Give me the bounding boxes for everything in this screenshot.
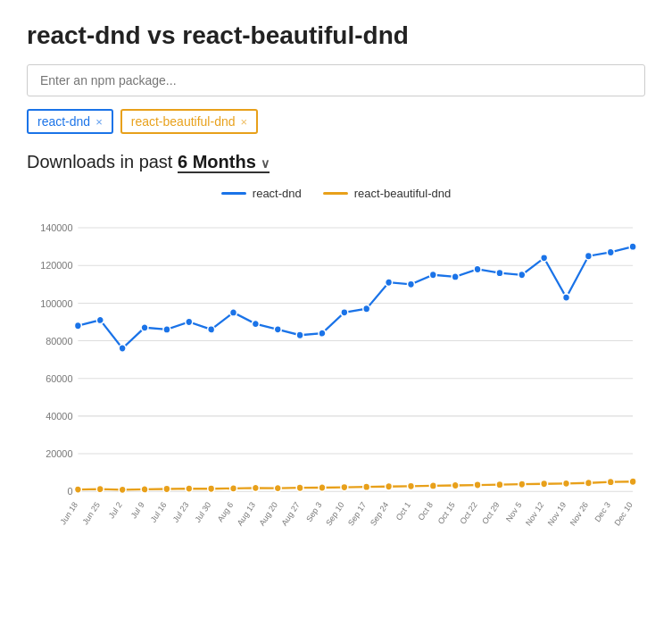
- chart-legend: react-dnd react-beautiful-dnd: [27, 187, 645, 200]
- svg-point-58: [429, 272, 436, 279]
- svg-point-74: [208, 485, 215, 492]
- svg-point-47: [186, 318, 193, 325]
- svg-text:Oct 1: Oct 1: [394, 500, 412, 522]
- svg-text:Nov 26: Nov 26: [568, 500, 590, 528]
- svg-text:Jul 9: Jul 9: [129, 500, 146, 520]
- legend-label-react-dnd: react-dnd: [253, 187, 302, 200]
- svg-point-43: [96, 316, 104, 323]
- package-search-input[interactable]: [27, 64, 645, 96]
- svg-text:Sep 17: Sep 17: [346, 500, 368, 528]
- svg-point-66: [607, 248, 614, 255]
- legend-item-react-dnd: react-dnd: [221, 187, 302, 200]
- svg-point-91: [585, 480, 592, 487]
- period-dropdown-button[interactable]: 6 Months ∨: [178, 152, 270, 173]
- svg-text:Nov 19: Nov 19: [546, 500, 568, 528]
- svg-point-84: [429, 482, 436, 489]
- tag-react-dnd: react-dnd ×: [27, 109, 113, 134]
- svg-point-51: [274, 326, 281, 333]
- svg-point-80: [341, 483, 348, 490]
- svg-text:Oct 22: Oct 22: [459, 500, 479, 526]
- svg-point-75: [230, 485, 237, 492]
- svg-text:Jul 30: Jul 30: [194, 500, 213, 524]
- svg-point-65: [585, 252, 592, 259]
- chart-container: react-dnd react-beautiful-dnd 1400001200…: [27, 187, 645, 562]
- svg-text:Nov 5: Nov 5: [504, 500, 523, 523]
- downloads-chart: 140000120000100000800006000040000200000J…: [27, 209, 645, 557]
- svg-text:Jun 25: Jun 25: [81, 500, 102, 526]
- svg-point-56: [386, 279, 393, 286]
- svg-point-90: [563, 480, 570, 487]
- svg-text:Oct 8: Oct 8: [417, 500, 435, 522]
- svg-point-68: [74, 486, 81, 493]
- svg-text:Jul 16: Jul 16: [149, 500, 169, 524]
- svg-point-50: [252, 320, 259, 327]
- svg-point-86: [474, 481, 481, 489]
- svg-text:Oct 15: Oct 15: [436, 500, 457, 526]
- svg-point-64: [563, 294, 570, 301]
- svg-point-61: [496, 269, 503, 276]
- svg-text:60000: 60000: [46, 373, 72, 384]
- svg-point-93: [629, 478, 636, 485]
- svg-point-57: [407, 280, 414, 288]
- svg-text:Nov 12: Nov 12: [524, 500, 545, 528]
- page-title: react-dnd vs react-beautiful-dnd: [27, 21, 645, 50]
- svg-text:140000: 140000: [40, 222, 72, 233]
- svg-point-79: [319, 484, 326, 491]
- svg-point-45: [141, 324, 148, 331]
- svg-text:Jul 2: Jul 2: [107, 500, 124, 520]
- svg-point-88: [519, 480, 526, 488]
- svg-text:Aug 20: Aug 20: [258, 500, 279, 528]
- svg-point-67: [629, 243, 636, 250]
- svg-point-46: [163, 326, 170, 333]
- svg-text:Oct 29: Oct 29: [481, 500, 502, 526]
- svg-point-60: [474, 265, 481, 272]
- svg-text:40000: 40000: [46, 411, 72, 422]
- legend-line-blue: [221, 192, 246, 195]
- svg-point-49: [230, 309, 237, 316]
- svg-point-69: [96, 485, 104, 492]
- legend-line-orange: [323, 192, 348, 195]
- legend-label-react-beautiful-dnd: react-beautiful-dnd: [354, 187, 451, 200]
- legend-item-react-beautiful-dnd: react-beautiful-dnd: [323, 187, 451, 200]
- svg-text:100000: 100000: [40, 297, 72, 308]
- svg-text:Sep 10: Sep 10: [324, 500, 345, 528]
- svg-point-82: [386, 483, 393, 490]
- svg-point-77: [274, 484, 281, 491]
- svg-text:Aug 27: Aug 27: [280, 500, 302, 528]
- tags-container: react-dnd × react-beautiful-dnd ×: [27, 109, 645, 134]
- svg-point-85: [452, 481, 459, 489]
- svg-point-55: [363, 305, 370, 313]
- svg-point-92: [607, 478, 614, 485]
- svg-text:120000: 120000: [40, 260, 72, 271]
- svg-point-54: [341, 309, 348, 316]
- svg-text:Aug 6: Aug 6: [216, 500, 235, 523]
- svg-text:Aug 13: Aug 13: [236, 500, 257, 528]
- svg-text:20000: 20000: [46, 448, 72, 459]
- svg-point-71: [141, 486, 148, 493]
- svg-text:Jul 23: Jul 23: [171, 500, 191, 524]
- svg-text:Sep 3: Sep 3: [304, 500, 323, 523]
- svg-point-89: [541, 480, 548, 488]
- svg-text:0: 0: [67, 486, 72, 497]
- svg-point-72: [163, 485, 170, 492]
- svg-point-63: [541, 255, 548, 262]
- tag-react-beautiful-dnd: react-beautiful-dnd ×: [120, 109, 258, 134]
- period-title: Downloads in past 6 Months ∨: [27, 152, 645, 172]
- tag-react-dnd-close[interactable]: ×: [95, 115, 103, 129]
- svg-point-59: [452, 273, 459, 280]
- svg-text:Sep 24: Sep 24: [369, 500, 390, 528]
- svg-point-73: [186, 485, 193, 492]
- svg-point-53: [319, 330, 326, 337]
- svg-text:Dec 3: Dec 3: [593, 500, 612, 523]
- svg-point-52: [296, 331, 303, 338]
- tag-react-beautiful-dnd-close[interactable]: ×: [241, 115, 248, 129]
- svg-text:Jun 18: Jun 18: [59, 500, 79, 526]
- svg-text:80000: 80000: [46, 335, 72, 346]
- svg-text:Dec 10: Dec 10: [613, 500, 635, 528]
- svg-point-76: [252, 484, 259, 491]
- svg-point-78: [296, 484, 303, 491]
- svg-point-42: [74, 322, 81, 329]
- svg-point-70: [119, 486, 126, 493]
- tag-react-beautiful-dnd-label: react-beautiful-dnd: [131, 114, 236, 129]
- svg-point-83: [407, 482, 414, 489]
